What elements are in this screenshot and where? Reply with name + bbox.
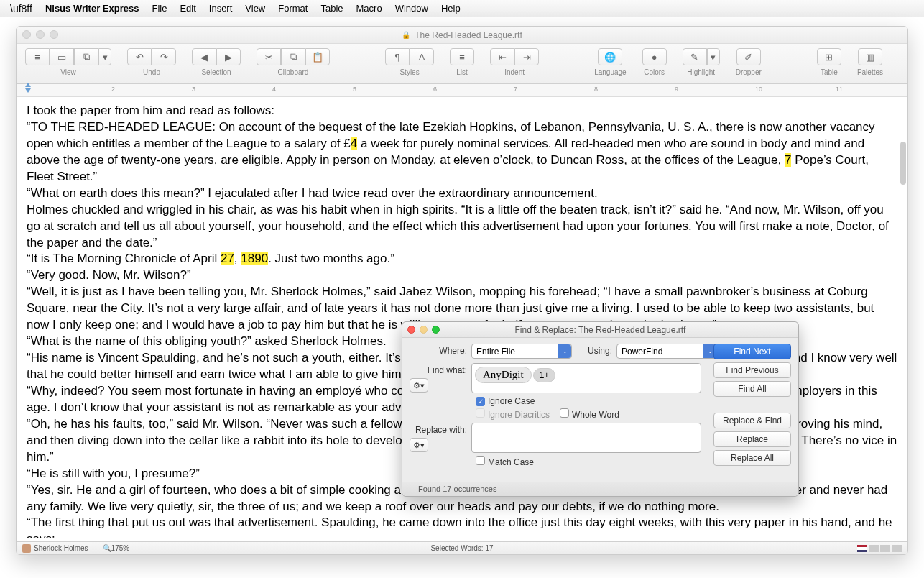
ruler[interactable]: 2 3 4 5 6 7 8 9 10 11 bbox=[17, 84, 907, 97]
view-mode-button[interactable]: ≡ bbox=[25, 48, 50, 65]
indent-button[interactable]: ⇥ bbox=[514, 48, 539, 65]
using-select[interactable]: PowerFind⌄ bbox=[616, 344, 717, 359]
colors-button[interactable]: ● bbox=[642, 48, 667, 65]
replace-and-find-button[interactable]: Replace & Find bbox=[713, 413, 791, 428]
highlight-button[interactable]: ✎ bbox=[683, 48, 707, 65]
palettes-button[interactable]: ▥ bbox=[858, 48, 882, 65]
replace-all-button[interactable]: Replace All bbox=[713, 450, 791, 466]
find-replace-dialog: Find & Replace: The Red-Headed League.rt… bbox=[402, 321, 799, 497]
find-next-button[interactable]: Find Next bbox=[713, 344, 791, 359]
highlight: 27 bbox=[221, 252, 234, 265]
menu-table[interactable]: Table bbox=[320, 3, 343, 14]
find-all-button[interactable]: Find All bbox=[713, 381, 791, 397]
flag-icon[interactable] bbox=[892, 545, 902, 552]
title-bar: 🔒 The Red-Headed League.rtf bbox=[17, 27, 907, 44]
colors-label: Colors bbox=[644, 68, 665, 76]
close-button[interactable] bbox=[22, 30, 31, 39]
styles-char-button[interactable]: A bbox=[410, 48, 434, 65]
indent-marker-icon[interactable] bbox=[25, 83, 31, 93]
replace-button[interactable]: Replace bbox=[713, 431, 791, 447]
dialog-zoom-button[interactable] bbox=[432, 326, 440, 334]
list-button[interactable]: ≡ bbox=[450, 48, 474, 65]
find-label: Find what: ⚙▾ bbox=[410, 363, 471, 393]
chevron-down-icon: ⌄ bbox=[558, 344, 571, 358]
menu-file[interactable]: File bbox=[152, 3, 167, 14]
menu-insert[interactable]: Insert bbox=[209, 3, 233, 14]
dropper-button[interactable]: ✐ bbox=[736, 48, 761, 65]
table-label: Table bbox=[821, 68, 838, 76]
styles-para-button[interactable]: ¶ bbox=[385, 48, 410, 65]
ignore-case-checkbox[interactable]: ✓Ignore Case bbox=[476, 396, 535, 406]
ruler-tick: 10 bbox=[755, 86, 762, 93]
menu-window[interactable]: Window bbox=[395, 3, 428, 14]
outdent-button[interactable]: ⇤ bbox=[490, 48, 514, 65]
menu-help[interactable]: Help bbox=[441, 3, 461, 14]
menu-macro[interactable]: Macro bbox=[356, 3, 382, 14]
app-menu[interactable]: Nisus Writer Express bbox=[45, 3, 139, 14]
find-token-anydigit[interactable]: AnyDigit bbox=[475, 367, 532, 383]
copy-button[interactable]: ⧉ bbox=[281, 48, 305, 65]
selection-prev-button[interactable]: ◀ bbox=[192, 48, 216, 65]
apple-menu-icon[interactable]: \uf8ff bbox=[10, 3, 32, 14]
where-select[interactable]: Entire File⌄ bbox=[471, 344, 572, 359]
match-case-checkbox[interactable]: Match Case bbox=[476, 456, 534, 467]
ruler-tick: 8 bbox=[594, 86, 598, 93]
highlight-dropdown[interactable]: ▾ bbox=[707, 48, 720, 65]
zoom-button[interactable] bbox=[50, 30, 58, 39]
replace-label: Replace with: ⚙▾ bbox=[410, 423, 471, 452]
ruler-tick: 2 bbox=[111, 86, 115, 93]
view-split-button[interactable]: ⧉ bbox=[74, 48, 98, 65]
zoom-icon: 🔍 bbox=[103, 544, 111, 552]
redo-button[interactable]: ↷ bbox=[152, 48, 176, 65]
paste-button[interactable]: 📋 bbox=[305, 48, 330, 65]
ruler-tick: 11 bbox=[836, 86, 843, 93]
dialog-close-button[interactable] bbox=[407, 326, 415, 334]
find-previous-button[interactable]: Find Previous bbox=[713, 362, 791, 378]
table-button[interactable]: ⊞ bbox=[817, 48, 841, 65]
paragraph: “Very good. Now, Mr. Wilson?” bbox=[27, 267, 897, 284]
scrollbar[interactable] bbox=[900, 142, 906, 185]
window-controls bbox=[22, 30, 58, 39]
minimize-button[interactable] bbox=[36, 30, 45, 39]
find-input[interactable]: AnyDigit1+ bbox=[471, 363, 701, 393]
ruler-tick: 9 bbox=[675, 86, 678, 93]
ruler-tick: 6 bbox=[433, 86, 437, 93]
selection-label: Selection bbox=[201, 68, 231, 76]
find-options-button[interactable]: ⚙▾ bbox=[410, 378, 428, 393]
language-button[interactable]: 🌐 bbox=[598, 48, 622, 65]
selection-next-button[interactable]: ▶ bbox=[216, 48, 241, 65]
dialog-title: Find & Replace: The Red-Headed League.rt… bbox=[515, 325, 686, 335]
view-page-button[interactable]: ▭ bbox=[50, 48, 74, 65]
view-dropdown[interactable]: ▾ bbox=[98, 48, 111, 65]
author-icon bbox=[22, 544, 31, 553]
find-token-repeat[interactable]: 1+ bbox=[533, 368, 556, 382]
menu-view[interactable]: View bbox=[245, 3, 265, 14]
paragraph: “The first thing that put us out was tha… bbox=[27, 515, 897, 538]
flag-icon[interactable] bbox=[880, 545, 890, 552]
ruler-tick: 4 bbox=[272, 86, 276, 93]
paragraph: “What on earth does this mean?” I ejacul… bbox=[27, 185, 897, 202]
menu-format[interactable]: Format bbox=[278, 3, 308, 14]
replace-input[interactable] bbox=[471, 423, 701, 453]
flag-icon[interactable] bbox=[869, 545, 879, 552]
author-name: Sherlock Holmes bbox=[34, 544, 88, 552]
clipboard-label: Clipboard bbox=[278, 68, 309, 76]
menu-bar: \uf8ff Nisus Writer Express File Edit In… bbox=[0, 0, 924, 17]
zoom-level[interactable]: 175% bbox=[111, 544, 130, 552]
status-flags bbox=[857, 545, 902, 552]
undo-button[interactable]: ↶ bbox=[127, 48, 152, 65]
where-label: Where: bbox=[410, 344, 471, 356]
whole-word-checkbox[interactable]: Whole Word bbox=[560, 408, 619, 420]
using-label: Using: bbox=[582, 344, 616, 356]
flag-icon[interactable] bbox=[857, 545, 867, 552]
menu-edit[interactable]: Edit bbox=[180, 3, 195, 14]
dialog-minimize-button[interactable] bbox=[420, 326, 428, 334]
palettes-label: Palettes bbox=[857, 68, 883, 76]
dropper-label: Dropper bbox=[736, 68, 762, 76]
replace-options-button[interactable]: ⚙▾ bbox=[410, 438, 428, 452]
ruler-tick: 7 bbox=[514, 86, 517, 93]
cut-button[interactable]: ✂ bbox=[257, 48, 281, 65]
language-label: Language bbox=[594, 68, 627, 76]
dialog-title-bar: Find & Replace: The Red-Headed League.rt… bbox=[402, 322, 798, 338]
paragraph: “It is The Morning Chronicle of April 27… bbox=[27, 251, 897, 267]
